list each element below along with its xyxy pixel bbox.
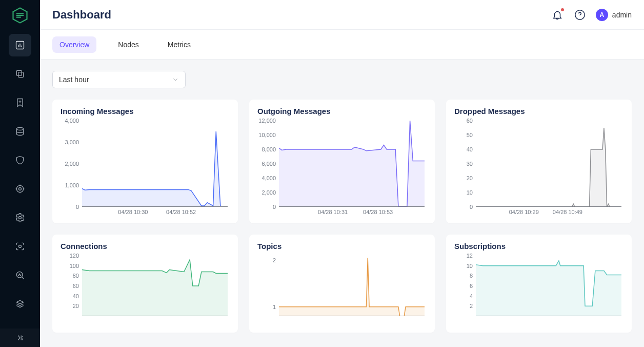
- copy-icon: [15, 69, 25, 79]
- tabs: Overview Nodes Metrics: [40, 30, 644, 60]
- chart-plot: [82, 256, 228, 316]
- sidebar-item-settings[interactable]: [9, 206, 31, 229]
- chart-plot: [476, 256, 621, 316]
- chart-plot: [82, 121, 228, 207]
- card-title: Dropped Messages: [454, 107, 623, 115]
- card-title: Topics: [257, 242, 427, 250]
- svg-point-21: [16, 272, 23, 278]
- sidebar-item-system[interactable]: [9, 293, 31, 315]
- y-tick: 10,000: [257, 132, 276, 138]
- x-tick: 04/28 10:29: [509, 209, 539, 215]
- avatar: A: [596, 9, 608, 21]
- sidebar-item-extensions[interactable]: [9, 235, 31, 258]
- scan-icon: [15, 241, 25, 252]
- y-tick: 6: [454, 283, 473, 289]
- y-tick: 30: [454, 161, 473, 167]
- sidebar-item-integrations[interactable]: [9, 120, 31, 143]
- card-title: Connections: [61, 242, 230, 250]
- y-tick: 10: [454, 263, 473, 269]
- x-tick: 04/28 10:49: [553, 209, 582, 215]
- tab-overview[interactable]: Overview: [52, 36, 96, 53]
- layers-icon: [15, 299, 25, 309]
- tab-nodes[interactable]: Nodes: [111, 36, 146, 53]
- svg-point-12: [16, 128, 23, 130]
- y-tick: 0: [454, 204, 473, 210]
- y-tick: 2,000: [257, 189, 276, 196]
- y-tick: 40: [454, 146, 473, 152]
- sidebar-item-connections[interactable]: [9, 63, 31, 85]
- x-tick: 04/28 10:30: [118, 209, 148, 215]
- user-menu[interactable]: A admin: [596, 9, 632, 21]
- sidebar-item-access[interactable]: [9, 91, 31, 114]
- sidebar-item-rules[interactable]: [9, 178, 31, 200]
- chart-plot: [279, 121, 425, 207]
- y-tick: 12: [454, 253, 473, 259]
- y-tick: 20: [61, 303, 79, 309]
- header: Dashboard A admin: [40, 0, 644, 30]
- page-title: Dashboard: [52, 8, 111, 22]
- svg-point-13: [16, 185, 23, 192]
- card-title: Outgoing Messages: [257, 107, 427, 115]
- y-tick: 4: [454, 293, 473, 299]
- x-tick: 04/28 10:53: [363, 209, 393, 215]
- y-tick: 4,000: [257, 175, 276, 181]
- y-tick: 0: [61, 204, 79, 210]
- shield-icon: [15, 155, 25, 165]
- y-tick: 1: [257, 304, 276, 310]
- collapse-icon: [15, 333, 25, 342]
- svg-line-22: [22, 277, 24, 279]
- card-title: Subscriptions: [454, 242, 623, 250]
- bookmark-plus-icon: [15, 98, 25, 108]
- y-tick: 50: [454, 132, 473, 138]
- x-tick: 04/28 10:52: [166, 209, 196, 215]
- database-icon: [15, 126, 25, 137]
- y-tick: 0: [257, 204, 276, 210]
- card-incoming-messages: Incoming Messages 01,0002,0003,0004,0000…: [52, 100, 238, 223]
- card-dropped-messages: Dropped Messages 010203040506004/28 10:2…: [446, 100, 632, 223]
- chevron-down-icon: [172, 76, 179, 83]
- activity-search-icon: [15, 270, 25, 280]
- tab-metrics[interactable]: Metrics: [160, 36, 198, 53]
- y-tick: 60: [454, 118, 473, 124]
- chart-plot: [279, 256, 425, 316]
- sidebar-item-diagnostics[interactable]: [9, 264, 31, 286]
- help-button[interactable]: [573, 8, 587, 22]
- y-tick: 100: [61, 263, 79, 269]
- y-tick: 120: [61, 253, 79, 259]
- svg-point-20: [19, 245, 22, 248]
- app-logo-icon: [11, 6, 29, 25]
- chip-icon: [15, 184, 25, 194]
- svg-point-19: [19, 217, 22, 219]
- svg-marker-23: [16, 300, 23, 304]
- y-tick: 3,000: [61, 139, 79, 145]
- y-tick: 60: [61, 283, 79, 289]
- y-tick: 2,000: [61, 161, 79, 167]
- sidebar-collapse-button[interactable]: [0, 329, 40, 347]
- sidebar-item-security[interactable]: [9, 149, 31, 171]
- sidebar: [0, 0, 40, 347]
- y-tick: 40: [61, 293, 79, 299]
- y-tick: 10: [454, 189, 473, 196]
- svg-point-14: [19, 188, 22, 190]
- svg-rect-8: [18, 72, 24, 78]
- x-tick: 04/28 10:31: [318, 209, 348, 215]
- y-tick: 6,000: [257, 161, 276, 167]
- gear-icon: [15, 213, 25, 223]
- y-tick: 12,000: [257, 118, 276, 124]
- timerange-select[interactable]: Last hour: [52, 71, 186, 88]
- username-label: admin: [612, 11, 632, 19]
- y-tick: 2: [454, 303, 473, 309]
- y-tick: 1,000: [61, 182, 79, 188]
- y-tick: 8,000: [257, 146, 276, 152]
- svg-rect-9: [16, 70, 22, 75]
- card-topics: Topics 12: [249, 235, 435, 333]
- help-icon: [574, 9, 586, 21]
- card-title: Incoming Messages: [61, 107, 230, 115]
- card-connections: Connections 20406080100120: [52, 235, 238, 333]
- card-outgoing-messages: Outgoing Messages 02,0004,0006,0008,0001…: [249, 100, 435, 223]
- y-tick: 20: [454, 175, 473, 181]
- sidebar-item-dashboard[interactable]: [9, 34, 31, 56]
- timerange-label: Last hour: [59, 75, 89, 84]
- notifications-button[interactable]: [551, 8, 564, 22]
- notification-dot-icon: [561, 8, 564, 11]
